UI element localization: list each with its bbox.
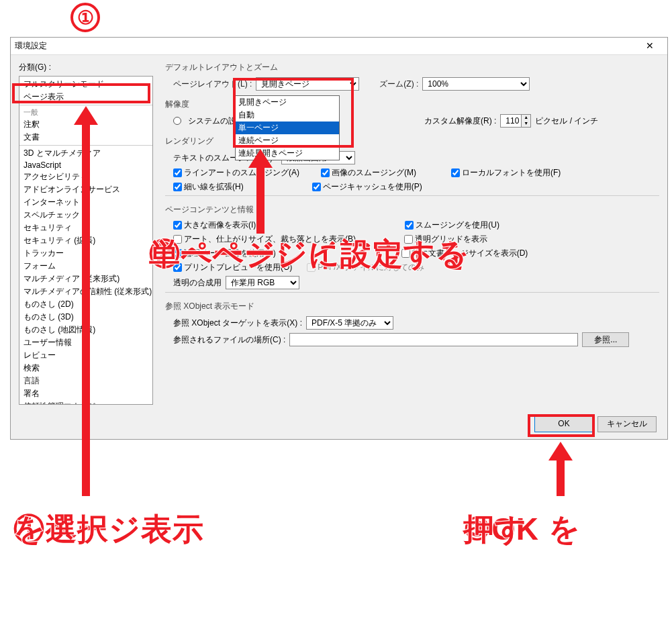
xobject-target-label: 参照 XObject ターゲットを表示(X) :	[173, 318, 302, 329]
group-layout-title: デフォルトレイアウトとズーム	[165, 62, 659, 73]
category-divider	[19, 105, 152, 105]
category-label: 分類(G) :	[19, 62, 153, 73]
cb-localfont-label: ローカルフォントを使用(F)	[462, 167, 561, 179]
close-button[interactable]: ✕	[636, 38, 663, 54]
radio-system[interactable]	[173, 117, 181, 125]
cb-uselayout-label: スムージングを使用(U)	[416, 220, 499, 231]
xobject-target-combo[interactable]: PDF/X-5 準拠のみ	[306, 316, 393, 330]
annotation-box-category	[12, 83, 150, 103]
cb-uselayout[interactable]: スムージングを使用(U)	[405, 220, 499, 231]
xobject-file-label: 参照されるファイルの場所(C) :	[173, 334, 285, 346]
annotation-text-1-line2: を選択	[13, 512, 109, 546]
annotation-circle-1-text: ①	[77, 7, 94, 29]
annotation-text-3-line2: 押す	[463, 512, 527, 546]
xobject-file-field[interactable]	[289, 333, 578, 346]
annotation-box-dropdown	[233, 78, 354, 148]
zoom-combo[interactable]: 100%	[422, 77, 530, 91]
annotation-box-ok	[528, 414, 595, 437]
cb-thinline-label: 細い線を拡張(H)	[184, 181, 244, 193]
group-pagecontent-title: ページコンテンツと情報	[165, 204, 659, 215]
cb-thinline[interactable]: 細い線を拡張(H)	[173, 181, 244, 193]
annotation-arrow-2-head	[248, 149, 273, 168]
annotation-circle-1: ①	[70, 3, 100, 32]
cb-lineart[interactable]: ラインアートのスムージング(A)	[173, 167, 299, 179]
dialog-title: 環境設定	[15, 40, 636, 52]
cancel-button[interactable]: キャンセル	[597, 416, 657, 432]
spinner-up-icon[interactable]: ▲	[521, 115, 530, 121]
cb-pagecache-label: ページキャッシュを使用(P)	[323, 181, 422, 193]
annotation-arrow-2-stem	[256, 166, 265, 234]
blend-combo[interactable]: 作業用 RGB	[226, 276, 299, 289]
cb-largeimg[interactable]: 大きな画像を表示(I)	[173, 220, 256, 231]
annotation-arrow-3-head	[548, 442, 573, 460]
cb-largeimg-label: 大きな画像を表示(I)	[184, 220, 256, 231]
cb-pagecache[interactable]: ページキャッシュを使用(P)	[312, 181, 422, 193]
blend-label: 透明の合成用	[173, 277, 222, 289]
cb-lineart-label: ラインアートのスムージング(A)	[184, 167, 299, 179]
resolution-unit: ピクセル / インチ	[535, 115, 598, 127]
annotation-arrow-3-stem	[557, 459, 565, 496]
spinner-down-icon[interactable]: ▼	[521, 121, 530, 127]
radio-custom-label: カスタム解像度(R) :	[424, 115, 496, 127]
browse-button[interactable]: 参照...	[582, 332, 629, 347]
cb-image-label: 画像のスムージング(M)	[332, 167, 416, 179]
annotation-arrow-1-stem	[82, 124, 90, 496]
group-xobject-title: 参照 XObject 表示モード	[165, 301, 659, 312]
cb-localfont[interactable]: ローカルフォントを使用(F)	[451, 167, 561, 179]
annotation-text-2-line2: 単一ページに設定する	[149, 236, 468, 271]
zoom-label: ズーム(Z) :	[379, 79, 418, 90]
annotation-arrow-1-head	[74, 106, 98, 125]
titlebar: 環境設定 ✕	[11, 38, 667, 55]
cb-image[interactable]: 画像のスムージング(M)	[321, 167, 416, 179]
resolution-spinner[interactable]: ▲▼	[500, 114, 531, 128]
resolution-input[interactable]	[501, 115, 521, 127]
